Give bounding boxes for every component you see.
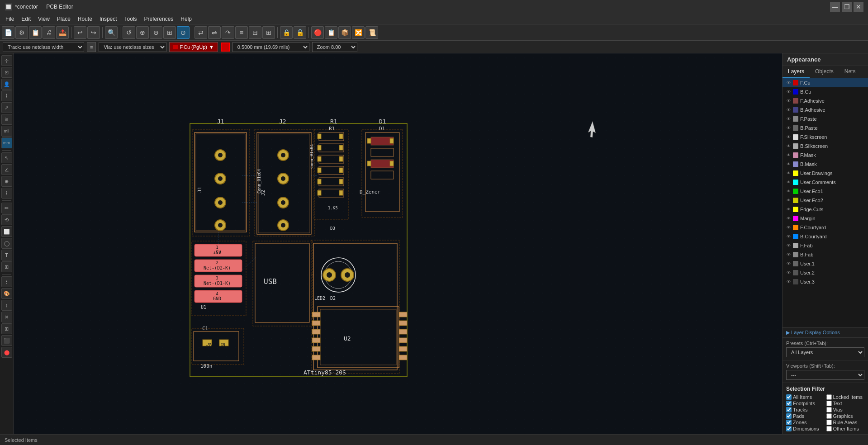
minimize-button[interactable]: — xyxy=(830,2,840,12)
filter-text-checkbox[interactable] xyxy=(826,401,832,406)
menu-help[interactable]: Help xyxy=(177,15,195,23)
presets-select[interactable]: All Layers Front Layers Back Layers Inne… xyxy=(786,347,864,357)
layer-vis-user-eco1[interactable]: 👁 xyxy=(785,188,792,194)
new-button[interactable]: 📄 xyxy=(2,26,14,39)
filter-graphics-checkbox[interactable] xyxy=(826,413,832,419)
circle-button[interactable]: ◯ xyxy=(1,238,12,249)
unlock-button[interactable]: 🔓 xyxy=(294,26,306,39)
menu-place[interactable]: Place xyxy=(53,15,74,23)
drc-button[interactable]: 🔴 xyxy=(311,26,324,39)
drc-lt-button[interactable]: ⬤ xyxy=(1,347,12,358)
in-button[interactable]: in xyxy=(1,114,12,125)
layer-vis-f-paste[interactable]: 👁 xyxy=(785,116,792,122)
layer-indicator[interactable]: F.Cu (PgUp) ▼ xyxy=(169,42,218,52)
close-button[interactable]: ✕ xyxy=(854,2,863,12)
layer-vis-b-courtyard[interactable]: 👁 xyxy=(785,233,792,240)
zoom-actual-button[interactable]: ⊙ xyxy=(177,26,190,39)
layer-row-b-courtyard[interactable]: 👁B.Courtyard xyxy=(783,232,868,241)
filter-rule-areas-checkbox[interactable] xyxy=(826,420,832,425)
export-button[interactable]: 📤 xyxy=(56,26,69,39)
layer-vis-f-fab[interactable]: 👁 xyxy=(785,242,792,249)
interactive-button[interactable]: ⊞ xyxy=(262,26,275,39)
mirror-button[interactable]: ⇌ xyxy=(208,26,221,39)
undo-button[interactable]: ↩ xyxy=(74,26,86,39)
layer-vis-f-mask[interactable]: 👁 xyxy=(785,152,792,158)
layer-row-f-adhesive[interactable]: 👁F.Adhesive xyxy=(783,96,868,105)
flip-button[interactable]: ↕ xyxy=(1,300,12,311)
layer-row-user-3[interactable]: 👁User.3 xyxy=(783,277,868,286)
mm-button[interactable]: mm xyxy=(1,137,12,148)
rect-button[interactable]: ⬜ xyxy=(1,226,12,237)
filter-dimensions-checkbox[interactable] xyxy=(786,426,792,431)
layer-vis-user-comments[interactable]: 👁 xyxy=(785,179,792,185)
layer-row-user-eco2[interactable]: 👁User.Eco2 xyxy=(783,196,868,205)
layer-vis-b-adhesive[interactable]: 👁 xyxy=(785,107,792,113)
via-size-select[interactable]: Via: use netclass sizes xyxy=(99,42,166,52)
layer-row-user-comments[interactable]: 👁User.Comments xyxy=(783,178,868,187)
mil-button[interactable]: mil xyxy=(1,126,12,137)
tab-layers[interactable]: Layers xyxy=(783,66,810,78)
layer-vis-f-cu[interactable]: 👁 xyxy=(785,80,792,86)
layer-row-b-mask[interactable]: 👁B.Mask xyxy=(783,160,868,169)
layer-row-user-eco1[interactable]: 👁User.Eco1 xyxy=(783,187,868,196)
print-button[interactable]: 🖨 xyxy=(43,26,55,39)
canvas-area[interactable]: J1 J2 xyxy=(14,53,782,434)
menu-tools[interactable]: Tools xyxy=(121,15,141,23)
menu-edit[interactable]: Edit xyxy=(18,15,34,23)
schematic-button[interactable]: 🔀 xyxy=(352,26,365,39)
delete-button[interactable]: ✕ xyxy=(1,312,12,322)
pcb3d-button[interactable]: 📦 xyxy=(338,26,351,39)
layer-row-b-adhesive[interactable]: 👁B.Adhesive xyxy=(783,105,868,114)
inspect-tool-button[interactable]: ⊡ xyxy=(1,67,12,78)
select2-button[interactable]: ↖ xyxy=(1,152,12,163)
zoom-in-button[interactable]: ⊕ xyxy=(136,26,149,39)
distribute-button[interactable]: ⊟ xyxy=(249,26,261,39)
align-button[interactable]: ≡ xyxy=(235,26,248,39)
menu-file[interactable]: File xyxy=(2,15,18,23)
filter-footprints-checkbox[interactable] xyxy=(786,401,792,406)
layer-vis-user-1[interactable]: 👁 xyxy=(785,260,792,267)
draw-line-button[interactable]: ✏ xyxy=(1,203,12,213)
layer-row-b-fab[interactable]: 👁B.Fab xyxy=(783,250,868,259)
netlist-button[interactable]: 📋 xyxy=(325,26,337,39)
layer-vis-b-paste[interactable]: 👁 xyxy=(785,125,792,131)
layer-display-options[interactable]: ▶ Layer Display Options xyxy=(783,327,868,337)
filter-tracks-checkbox[interactable] xyxy=(786,407,792,412)
route-single-button[interactable]: ⌇ xyxy=(1,90,12,101)
filter-other-items-checkbox[interactable] xyxy=(826,426,832,431)
angle-button[interactable]: ∠ xyxy=(1,164,12,175)
filter-pads-checkbox[interactable] xyxy=(786,413,792,419)
zoom-fit-button[interactable]: ⊞ xyxy=(163,26,176,39)
arrow-button[interactable]: ↗ xyxy=(1,102,12,113)
maximize-button[interactable]: ❐ xyxy=(842,2,852,12)
menu-view[interactable]: View xyxy=(34,15,53,23)
zone-button[interactable]: ⬛ xyxy=(1,335,12,346)
diff-pair-button[interactable]: ⌇ xyxy=(1,188,12,199)
arc-button[interactable]: ⟲ xyxy=(1,214,12,225)
track-width-button[interactable]: ≡ xyxy=(87,42,96,52)
layer-row-f-mask[interactable]: 👁F.Mask xyxy=(783,151,868,160)
layer-vis-f-silkscreen[interactable]: 👁 xyxy=(785,134,792,140)
tab-objects[interactable]: Objects xyxy=(810,66,839,78)
viewports-select[interactable]: --- xyxy=(786,370,864,380)
page-settings-button[interactable]: 📋 xyxy=(29,26,42,39)
layer-row-f-fab[interactable]: 👁F.Fab xyxy=(783,241,868,250)
lock-button[interactable]: 🔒 xyxy=(280,26,293,39)
flip-board-button[interactable]: ⇄ xyxy=(194,26,207,39)
layer-row-f-silkscreen[interactable]: 👁F.Silkscreen xyxy=(783,133,868,142)
array-button[interactable]: ⊞ xyxy=(1,261,12,272)
add-via-button[interactable]: ⊕ xyxy=(1,176,12,187)
menu-inspect[interactable]: Inspect xyxy=(96,15,121,23)
paint-button[interactable]: 🎨 xyxy=(1,288,12,299)
layer-vis-b-fab[interactable]: 👁 xyxy=(785,251,792,258)
layer-row-user-drawings[interactable]: 👁User.Drawings xyxy=(783,169,868,178)
grid-select[interactable]: 0.5000 mm (19.69 mils) xyxy=(232,42,309,52)
menu-preferences[interactable]: Preferences xyxy=(141,15,177,23)
grid-button[interactable]: ⊞ xyxy=(1,323,12,334)
menu-route[interactable]: Route xyxy=(74,15,96,23)
layer-vis-user-2[interactable]: 👁 xyxy=(785,270,792,276)
tab-nets[interactable]: Nets xyxy=(839,66,861,78)
layer-row-user-2[interactable]: 👁User.2 xyxy=(783,268,868,277)
more-button[interactable]: ⋮ xyxy=(1,276,12,287)
filter-zones-checkbox[interactable] xyxy=(786,420,792,425)
